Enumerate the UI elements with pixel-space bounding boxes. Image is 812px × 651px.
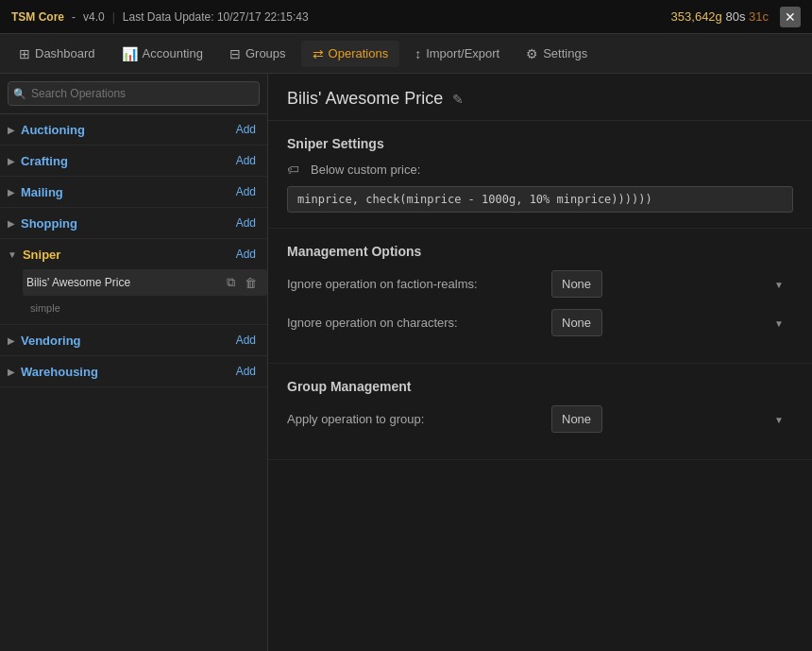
nav-import-export[interactable]: ↕ Import/Export xyxy=(403,41,511,67)
management-options-section: Management Options Ignore operation on f… xyxy=(268,229,812,364)
chevron-shopping: ▶ xyxy=(8,218,15,229)
sniper-item-simple[interactable]: simple xyxy=(23,296,267,324)
content-header: Bilis' Awesome Price ✎ xyxy=(268,74,812,121)
sniper-item-bilis-label: Bilis' Awesome Price xyxy=(26,276,130,289)
category-mailing: ▶ Mailing Add xyxy=(0,177,267,208)
content-panel: Bilis' Awesome Price ✎ Sniper Settings 🏷… xyxy=(268,74,812,651)
title-right: 353,642g 80s 80s 80s 31c ✕ xyxy=(671,7,801,27)
chevron-crafting: ▶ xyxy=(8,156,15,166)
apply-group-select[interactable]: None xyxy=(551,405,602,433)
apply-group-select-wrapper: None xyxy=(551,405,793,433)
main-layout: ▶ Auctioning Add ▶ Crafting Add ▶ Mail xyxy=(0,74,812,651)
search-container xyxy=(0,74,267,114)
add-vendoring-button[interactable]: Add xyxy=(232,332,260,349)
nav-settings-label: Settings xyxy=(543,46,587,60)
category-sniper: ▼ Sniper Add Bilis' Awesome Price ⧉ 🗑 si… xyxy=(0,239,267,325)
group-management-section: Group Management Apply operation to grou… xyxy=(268,364,812,460)
add-auctioning-button[interactable]: Add xyxy=(232,121,260,138)
chevron-mailing: ▶ xyxy=(8,187,15,197)
nav-import-export-label: Import/Export xyxy=(426,46,499,60)
title-bar: TSM Core - v4.0 | Last Data Update: 10/2… xyxy=(0,0,812,34)
nav-accounting-label: Accounting xyxy=(143,46,203,60)
app-version-num: v4.0 xyxy=(83,10,105,24)
sniper-items: Bilis' Awesome Price ⧉ 🗑 simple xyxy=(0,269,267,324)
edit-title-icon[interactable]: ✎ xyxy=(452,92,464,107)
ignore-faction-select-wrapper: None xyxy=(551,270,793,298)
nav-dashboard-label: Dashboard xyxy=(35,46,95,60)
ignore-characters-select-wrapper: None xyxy=(551,309,793,336)
chevron-vendoring: ▶ xyxy=(8,335,15,346)
category-name-mailing: Mailing xyxy=(21,185,63,199)
gold-display: 353,642g 80s 80s 80s 31c xyxy=(671,9,769,24)
category-name-warehousing: Warehousing xyxy=(21,365,98,379)
ignore-faction-label: Ignore operation on faction-realms: xyxy=(287,277,551,291)
title-left: TSM Core - v4.0 | Last Data Update: 10/2… xyxy=(11,10,309,24)
nav-accounting[interactable]: 📊 Accounting xyxy=(110,41,214,67)
apply-group-label: Apply operation to group: xyxy=(287,412,551,426)
category-name-vendoring: Vendoring xyxy=(21,334,81,348)
nav-bar: ⊞ Dashboard 📊 Accounting ⊟ Groups ⇄ Oper… xyxy=(0,34,812,74)
category-header-mailing[interactable]: ▶ Mailing Add xyxy=(0,177,267,207)
separator: | xyxy=(112,10,115,24)
ignore-faction-row: Ignore operation on faction-realms: None xyxy=(287,270,793,298)
add-crafting-button[interactable]: Add xyxy=(232,152,260,169)
category-name-crafting: Crafting xyxy=(21,154,68,168)
nav-operations-label: Operations xyxy=(329,46,389,60)
category-header-warehousing[interactable]: ▶ Warehousing Add xyxy=(0,356,267,386)
category-auctioning: ▶ Auctioning Add xyxy=(0,114,267,146)
category-header-sniper[interactable]: ▼ Sniper Add xyxy=(0,239,267,269)
nav-settings[interactable]: ⚙ Settings xyxy=(515,41,599,67)
add-mailing-button[interactable]: Add xyxy=(232,183,260,200)
add-sniper-button[interactable]: Add xyxy=(232,246,260,263)
category-header-crafting[interactable]: ▶ Crafting Add xyxy=(0,146,267,176)
ignore-characters-label: Ignore operation on characters: xyxy=(287,316,551,330)
accounting-icon: 📊 xyxy=(122,46,138,61)
content-title: Bilis' Awesome Price xyxy=(287,89,443,109)
silver-amount: 80s xyxy=(725,9,749,24)
chevron-warehousing: ▶ xyxy=(8,367,15,377)
price-formula-input[interactable] xyxy=(287,186,793,213)
app-name: TSM Core xyxy=(11,10,64,24)
nav-operations[interactable]: ⇄ Operations xyxy=(301,41,400,67)
sniper-item-bilis[interactable]: Bilis' Awesome Price ⧉ 🗑 xyxy=(23,269,267,296)
tag-icon: 🏷 xyxy=(287,163,299,177)
below-custom-price-row: 🏷 Below custom price: xyxy=(287,163,793,177)
category-header-auctioning[interactable]: ▶ Auctioning Add xyxy=(0,114,267,145)
category-shopping: ▶ Shopping Add xyxy=(0,208,267,239)
data-update: Last Data Update: 10/27/17 22:15:43 xyxy=(123,10,309,24)
nav-groups-label: Groups xyxy=(245,46,286,60)
delete-bilis-button[interactable]: 🗑 xyxy=(242,274,260,291)
ignore-characters-select[interactable]: None xyxy=(551,309,602,336)
sniper-settings-title: Sniper Settings xyxy=(287,136,793,151)
chevron-sniper: ▼ xyxy=(8,249,17,260)
below-custom-price-label: Below custom price: xyxy=(311,163,420,177)
app-version: - xyxy=(72,10,76,24)
category-name-sniper: Sniper xyxy=(23,248,60,262)
ignore-characters-row: Ignore operation on characters: None xyxy=(287,309,793,336)
sniper-item-simple-label: simple xyxy=(26,300,64,319)
category-warehousing: ▶ Warehousing Add xyxy=(0,356,267,387)
management-options-title: Management Options xyxy=(287,244,793,259)
copy-bilis-button[interactable]: ⧉ xyxy=(224,274,238,291)
nav-dashboard[interactable]: ⊞ Dashboard xyxy=(8,41,107,67)
add-shopping-button[interactable]: Add xyxy=(232,214,260,231)
sniper-item-bilis-actions: ⧉ 🗑 xyxy=(224,274,260,291)
ignore-faction-select[interactable]: None xyxy=(551,270,602,298)
import-export-icon: ↕ xyxy=(414,46,421,61)
settings-icon: ⚙ xyxy=(526,46,538,61)
add-warehousing-button[interactable]: Add xyxy=(232,363,260,380)
close-button[interactable]: ✕ xyxy=(780,7,801,27)
nav-groups[interactable]: ⊟ Groups xyxy=(218,41,297,67)
group-management-title: Group Management xyxy=(287,379,793,394)
apply-group-row: Apply operation to group: None xyxy=(287,405,793,433)
category-vendoring: ▶ Vendoring Add xyxy=(0,325,267,356)
category-name-auctioning: Auctioning xyxy=(21,123,85,137)
category-name-shopping: Shopping xyxy=(21,216,77,231)
search-input[interactable] xyxy=(8,81,260,106)
category-header-shopping[interactable]: ▶ Shopping Add xyxy=(0,208,267,238)
gold-suffix: g xyxy=(716,9,722,24)
gold-amount: 353,642 xyxy=(671,9,716,24)
sniper-settings-section: Sniper Settings 🏷 Below custom price: xyxy=(268,121,812,229)
dashboard-icon: ⊞ xyxy=(19,46,30,61)
category-header-vendoring[interactable]: ▶ Vendoring Add xyxy=(0,325,267,355)
